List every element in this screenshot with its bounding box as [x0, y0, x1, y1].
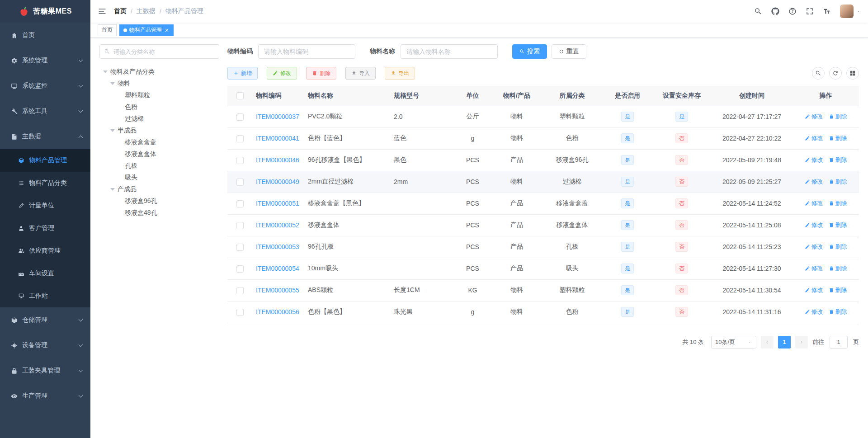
row-edit-button[interactable]: 修改 — [805, 178, 823, 186]
row-delete-button[interactable]: 删除 — [829, 264, 847, 273]
sidebar-item-master-data[interactable]: 主数据 — [0, 124, 90, 149]
sidebar-item-production-mgmt[interactable]: 生产管理 — [0, 383, 90, 409]
font-size-icon[interactable] — [823, 7, 831, 15]
material-code-link[interactable]: ITEM00000052 — [256, 221, 299, 229]
search-toggle-icon[interactable] — [812, 67, 825, 80]
row-delete-button[interactable]: 删除 — [829, 199, 847, 207]
tree-node[interactable]: 物料 — [99, 78, 219, 89]
next-page-button[interactable] — [795, 336, 808, 349]
row-checkbox[interactable] — [236, 265, 244, 273]
delete-button[interactable]: 删除 — [306, 67, 336, 80]
category-search-input[interactable] — [99, 44, 219, 59]
sidebar-item-measure-unit[interactable]: 计量单位 — [0, 194, 90, 217]
edit-button[interactable]: 修改 — [267, 67, 297, 80]
tree-node[interactable]: 吸头 — [99, 172, 219, 184]
help-icon[interactable] — [788, 7, 797, 15]
row-checkbox[interactable] — [236, 287, 244, 294]
material-code-link[interactable]: ITEM00000046 — [256, 156, 299, 164]
sidebar-item-supplier-mgmt[interactable]: 供应商管理 — [0, 240, 90, 262]
sidebar-item-equipment-mgmt[interactable]: 设备管理 — [0, 333, 90, 358]
fullscreen-icon[interactable] — [806, 7, 814, 15]
row-delete-button[interactable]: 删除 — [829, 156, 847, 164]
material-code-link[interactable]: ITEM00000053 — [256, 243, 299, 250]
github-icon[interactable] — [771, 7, 779, 15]
row-checkbox[interactable] — [236, 222, 244, 229]
add-button[interactable]: 新增 — [227, 67, 258, 80]
import-button[interactable]: 导入 — [345, 67, 376, 80]
tree-node[interactable]: 色粉 — [99, 101, 219, 113]
tree-node[interactable]: 移液盒盒盖 — [99, 137, 219, 148]
row-delete-button[interactable]: 删除 — [829, 221, 847, 229]
sidebar-item-system-monitor[interactable]: 系统监控 — [0, 73, 90, 99]
breadcrumb-item[interactable]: 首页 — [114, 7, 127, 15]
row-delete-button[interactable]: 删除 — [829, 178, 847, 186]
breadcrumb-item[interactable]: 物料产品管理 — [165, 7, 203, 15]
sidebar-item-workstation[interactable]: 工作站 — [0, 285, 90, 307]
user-menu[interactable] — [840, 5, 861, 18]
row-edit-button[interactable]: 修改 — [805, 113, 823, 121]
close-icon[interactable] — [164, 28, 170, 33]
row-checkbox[interactable] — [236, 200, 244, 207]
select-all-checkbox[interactable] — [236, 92, 244, 99]
page-number-button[interactable]: 1 — [778, 336, 791, 349]
sidebar-item-system-mgmt[interactable]: 系统管理 — [0, 48, 90, 73]
tree-node[interactable]: 产成品 — [99, 184, 219, 195]
column-settings-icon[interactable] — [846, 67, 859, 80]
filter-input-material-code[interactable] — [258, 44, 355, 59]
row-edit-button[interactable]: 修改 — [805, 221, 823, 229]
sidebar-item-system-tools[interactable]: 系统工具 — [0, 99, 90, 124]
tab-home[interactable]: 首页 — [98, 24, 117, 36]
row-delete-button[interactable]: 删除 — [829, 134, 847, 142]
row-edit-button[interactable]: 修改 — [805, 264, 823, 273]
row-edit-button[interactable]: 修改 — [805, 308, 823, 316]
sidebar-item-workshop-setting[interactable]: 车间设置 — [0, 262, 90, 285]
sidebar-item-material-product-mgmt[interactable]: 物料产品管理 — [0, 149, 90, 172]
filter-input-material-name[interactable] — [401, 44, 498, 59]
sidebar-item-warehouse-mgmt[interactable]: 仓储管理 — [0, 307, 90, 333]
row-edit-button[interactable]: 修改 — [805, 286, 823, 294]
row-delete-button[interactable]: 删除 — [829, 308, 847, 316]
row-checkbox[interactable] — [236, 244, 244, 251]
row-delete-button[interactable]: 删除 — [829, 113, 847, 121]
tree-node[interactable]: 过滤棉 — [99, 113, 219, 125]
tree-node[interactable]: 半成品 — [99, 125, 219, 137]
refresh-icon[interactable] — [829, 67, 842, 80]
search-icon[interactable] — [754, 7, 762, 15]
tree-node[interactable]: 移液盒96孔 — [99, 195, 219, 207]
goto-page-input[interactable] — [830, 336, 848, 349]
search-button[interactable]: 搜索 — [512, 44, 547, 59]
row-checkbox[interactable] — [236, 179, 244, 186]
tree-node[interactable]: 孔板 — [99, 160, 219, 172]
material-code-link[interactable]: ITEM00000037 — [256, 113, 299, 120]
material-code-link[interactable]: ITEM00000056 — [256, 308, 299, 316]
page-size-select[interactable]: 10条/页 — [711, 336, 756, 349]
tree-node[interactable]: 塑料颗粒 — [99, 89, 219, 101]
material-code-link[interactable]: ITEM00000055 — [256, 287, 299, 294]
row-checkbox[interactable] — [236, 113, 244, 121]
row-edit-button[interactable]: 修改 — [805, 156, 823, 164]
hamburger-icon[interactable] — [98, 7, 107, 16]
row-checkbox[interactable] — [236, 157, 244, 164]
row-delete-button[interactable]: 删除 — [829, 243, 847, 251]
export-button[interactable]: 导出 — [385, 67, 415, 80]
sidebar-item-fixture-mgmt[interactable]: 工装夹具管理 — [0, 358, 90, 383]
reset-button[interactable]: 重置 — [552, 44, 586, 59]
material-code-link[interactable]: ITEM00000049 — [256, 178, 299, 185]
row-edit-button[interactable]: 修改 — [805, 134, 823, 142]
material-code-link[interactable]: ITEM00000054 — [256, 265, 299, 272]
prev-page-button[interactable] — [761, 336, 774, 349]
breadcrumb-item[interactable]: 主数据 — [137, 7, 156, 15]
tree-node[interactable]: 移液盒盒体 — [99, 148, 219, 160]
material-code-link[interactable]: ITEM00000051 — [256, 200, 299, 207]
row-edit-button[interactable]: 修改 — [805, 243, 823, 251]
tree-node[interactable]: 物料及产品分类 — [99, 66, 219, 78]
tree-node[interactable]: 移液盒48孔 — [99, 207, 219, 219]
sidebar-item-home[interactable]: 首页 — [0, 23, 90, 48]
tab-material-product-mgmt[interactable]: 物料产品管理 — [119, 24, 174, 36]
row-delete-button[interactable]: 删除 — [829, 286, 847, 294]
row-edit-button[interactable]: 修改 — [805, 199, 823, 207]
row-checkbox[interactable] — [236, 135, 244, 142]
material-code-link[interactable]: ITEM00000041 — [256, 135, 299, 142]
sidebar-item-material-product-category[interactable]: 物料产品分类 — [0, 172, 90, 194]
row-checkbox[interactable] — [236, 309, 244, 316]
